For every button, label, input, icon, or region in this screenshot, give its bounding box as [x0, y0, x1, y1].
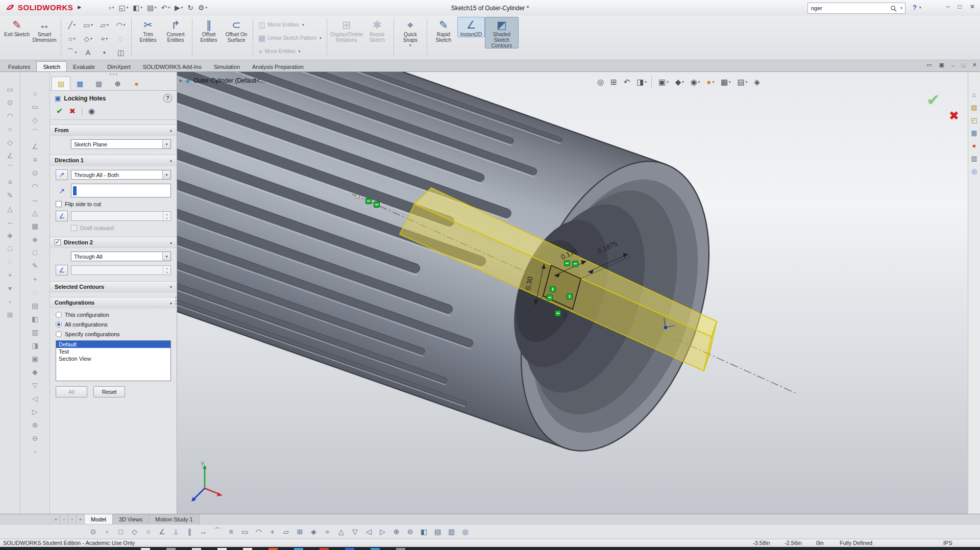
dropdown-caret-icon[interactable]: ▾ — [90, 37, 92, 41]
draft-angle-icon[interactable]: ∠ — [56, 265, 68, 276]
sketch-point[interactable] — [355, 194, 359, 198]
tab-analysis-preparation[interactable]: Analysis Preparation — [246, 62, 310, 71]
expand-arrow-icon[interactable]: ▸ — [180, 78, 182, 83]
tool-icon[interactable]: + — [4, 269, 16, 281]
tool-icon[interactable]: ◈ — [307, 526, 320, 538]
chevron-up-icon[interactable]: ▴ — [170, 301, 172, 305]
dropdown-caret-icon[interactable]: ▾ — [409, 43, 411, 47]
rapid-sketch-button[interactable]: ✎ Rapid Sketch — [430, 17, 457, 43]
tool-icon[interactable]: ◆ — [29, 366, 41, 378]
tool-icon[interactable]: ▤ — [431, 526, 444, 538]
tool-icon[interactable]: □ — [29, 246, 41, 259]
quick-snaps-button[interactable]: ⌖ Quick Snaps ▾ — [397, 17, 424, 47]
tool-icon[interactable]: ⊥ — [169, 526, 182, 538]
dropdown-caret-icon[interactable]: ▾ — [74, 37, 76, 41]
display-style-icon[interactable]: ◆▾ — [673, 76, 687, 88]
window-minimize-button[interactable]: – — [946, 3, 950, 10]
tool-icon[interactable]: ◇ — [4, 136, 16, 148]
direction2-checkbox[interactable] — [55, 239, 61, 245]
spline-tool-icon[interactable]: ≈▾ — [96, 32, 112, 45]
hide-show-items-icon[interactable]: ◉▾ — [688, 76, 703, 88]
tool-icon[interactable]: ▷ — [376, 526, 389, 538]
flip-side-checkbox[interactable] — [56, 201, 62, 207]
tool-icon[interactable]: ⊕ — [29, 419, 41, 431]
undo-icon[interactable]: ↶▾ — [160, 2, 172, 13]
tool-icon[interactable]: ▫ — [101, 526, 113, 538]
tool-icon[interactable]: ▽ — [29, 379, 41, 391]
dropdown-caret-icon[interactable]: ▾ — [645, 80, 647, 84]
tool-icon[interactable]: ▽ — [349, 526, 361, 538]
tool-icon[interactable]: + — [29, 273, 41, 285]
list-item-default[interactable]: Default — [56, 341, 170, 348]
dropdown-caret-icon[interactable]: ▾ — [107, 23, 109, 27]
slot-tool-icon[interactable]: ▱▾ — [96, 18, 112, 32]
tool-icon[interactable]: ◎ — [459, 526, 472, 538]
tool-icon[interactable]: ∠ — [4, 149, 16, 162]
zoom-to-fit-icon[interactable]: ◎ — [595, 76, 606, 88]
chevron-up-icon[interactable]: ▴ — [170, 240, 172, 245]
chevron-down-icon[interactable]: ▾ — [162, 140, 170, 148]
pm-help-icon[interactable]: ? — [163, 94, 172, 103]
tool-icon[interactable]: ▫ — [29, 445, 41, 458]
dropdown-caret-icon[interactable]: ▾ — [299, 49, 301, 54]
taskbar-app-icon[interactable] — [217, 548, 227, 550]
taskbar-app-icon[interactable] — [268, 548, 278, 550]
dropdown-caret-icon[interactable]: ▾ — [320, 36, 322, 40]
plane-tool-icon[interactable]: ◫ — [113, 46, 129, 59]
direction1-draft-input[interactable]: ▴ ▾ — [71, 211, 171, 221]
tool-icon[interactable]: ▫ — [4, 295, 16, 308]
tool-icon[interactable]: ▾ — [4, 282, 16, 294]
taskbar-app-icon[interactable] — [192, 548, 201, 550]
dropdown-caret-icon[interactable]: ▾ — [140, 6, 142, 10]
window-restore-button[interactable]: □ — [958, 3, 962, 10]
arc-tool-icon[interactable]: ◠▾ — [113, 18, 129, 32]
design-library-icon[interactable]: ▤ — [969, 102, 979, 113]
search-icon[interactable] — [889, 5, 898, 12]
direction2-end-condition-dropdown[interactable]: Through All ▾ — [71, 252, 171, 261]
dropdown-caret-icon[interactable]: ▾ — [302, 23, 304, 27]
featuremanager-tab-icon[interactable]: ▤ — [52, 77, 70, 90]
tool-icon[interactable]: ◧ — [418, 526, 430, 538]
specify-configurations-radio[interactable] — [56, 331, 62, 337]
dropdown-caret-icon[interactable]: ▾ — [667, 80, 669, 84]
spin-up-icon[interactable]: ▴ — [163, 266, 170, 270]
configurationmanager-tab-icon[interactable]: ▩ — [89, 77, 108, 90]
taskbar-app-icon[interactable] — [320, 548, 329, 550]
tool-icon[interactable]: ◇ — [128, 526, 141, 538]
tool-icon[interactable]: □ — [4, 242, 16, 255]
pin-ribbon-icon[interactable]: ▣ — [939, 62, 944, 68]
dropdown-caret-icon[interactable]: ▾ — [746, 80, 748, 84]
dropdown-caret-icon[interactable]: ▾ — [74, 23, 76, 27]
taskbar-app-icon[interactable] — [396, 548, 405, 550]
mirror-entities-button[interactable]: ◫ Mirror Entities ▾ — [256, 18, 324, 31]
appearances-icon[interactable]: ● — [969, 140, 979, 151]
direction2-draft-input[interactable]: ▴ ▾ — [71, 265, 171, 275]
text-tool-icon[interactable]: A — [80, 46, 96, 59]
direction1-selection-input[interactable] — [71, 184, 171, 197]
tab-sketch[interactable]: Sketch — [36, 61, 67, 71]
circle-tool-icon[interactable]: ○▾ — [64, 32, 80, 45]
repair-sketch-button[interactable]: ✱ Repair Sketch — [363, 17, 391, 43]
toolbar-options-icon[interactable]: ▭ — [926, 62, 932, 68]
tool-icon[interactable]: ◁ — [362, 526, 375, 538]
dropdown-caret-icon[interactable]: ▾ — [124, 23, 126, 27]
select-icon[interactable]: ▶▾ — [173, 2, 184, 13]
document-restore-button[interactable]: □ — [962, 62, 965, 68]
search-input[interactable] — [808, 5, 889, 12]
tool-icon[interactable]: ▷ — [29, 406, 41, 418]
tool-icon[interactable]: ⊞ — [4, 309, 16, 321]
direction1-end-condition-dropdown[interactable]: Through All - Both ▾ — [71, 170, 171, 180]
tool-icon[interactable]: « — [52, 514, 60, 524]
file-explorer-icon[interactable]: ◰ — [969, 114, 979, 126]
tool-icon[interactable]: ◈ — [29, 233, 41, 245]
tool-icon[interactable]: △ — [335, 526, 348, 538]
tool-icon[interactable]: ▭ — [238, 526, 251, 538]
reverse-direction-icon[interactable]: ↗ — [56, 169, 68, 180]
smart-dimension-button[interactable]: ↔ Smart Dimension — [31, 17, 58, 43]
spin-up-icon[interactable]: ▴ — [163, 212, 170, 216]
new-document-icon[interactable]: ▫▾ — [107, 2, 115, 13]
taskbar-app-icon[interactable] — [371, 548, 380, 550]
feature-tree-item[interactable]: Outer-Cylinder (Default<... — [193, 77, 265, 84]
fillet-tool-icon[interactable]: ⌒▾ — [64, 46, 80, 59]
exit-sketch-button[interactable]: ✎ Exit Sketch — [3, 17, 31, 37]
